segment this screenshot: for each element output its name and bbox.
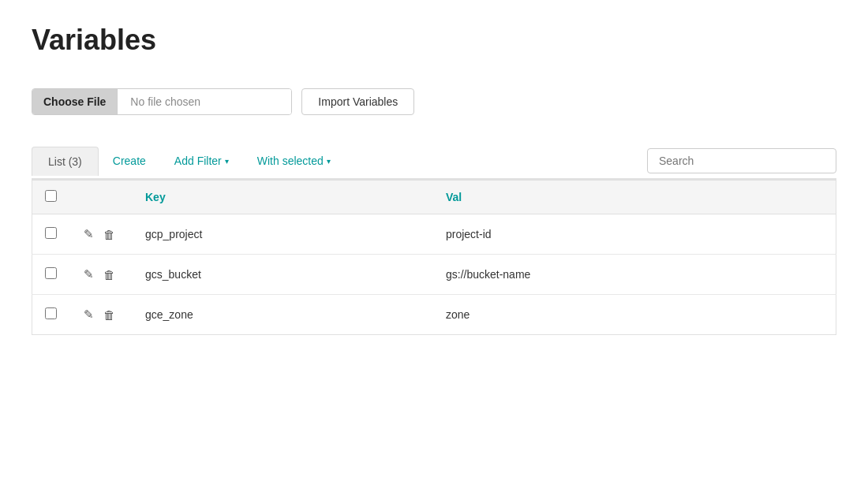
- row-actions-cell: ✎ 🗑: [69, 255, 133, 295]
- file-input-wrapper: Choose File No file chosen: [32, 88, 292, 115]
- delete-button[interactable]: 🗑: [102, 226, 117, 243]
- row-check-cell: [32, 255, 70, 295]
- row-actions-cell: ✎ 🗑: [69, 214, 133, 255]
- row-key: gcs_bucket: [133, 255, 433, 295]
- page-container: Variables Choose File No file chosen Imp…: [0, 0, 868, 503]
- row-checkbox[interactable]: [45, 307, 57, 319]
- row-key: gcp_project: [133, 214, 433, 255]
- table-row: ✎ 🗑 gcp_project project-id: [32, 214, 836, 255]
- page-title: Variables: [32, 24, 836, 57]
- row-val: zone: [433, 295, 836, 335]
- edit-button[interactable]: ✎: [82, 306, 95, 323]
- action-icons: ✎ 🗑: [82, 306, 120, 323]
- toolbar: List (3) Create Add Filter ▾ With select…: [32, 143, 836, 180]
- header-key: Key: [133, 181, 433, 214]
- with-selected-button[interactable]: With selected ▾: [243, 147, 345, 175]
- edit-button[interactable]: ✎: [82, 225, 95, 243]
- row-key: gce_zone: [133, 295, 433, 335]
- row-check-cell: [32, 295, 70, 335]
- add-filter-button[interactable]: Add Filter ▾: [160, 147, 243, 175]
- table-header-row: Key Val: [32, 181, 836, 214]
- row-val: project-id: [433, 214, 836, 255]
- row-checkbox[interactable]: [45, 227, 57, 239]
- row-check-cell: [32, 214, 70, 255]
- select-all-checkbox[interactable]: [45, 190, 57, 202]
- header-val: Val: [433, 181, 836, 214]
- action-icons: ✎ 🗑: [82, 266, 120, 283]
- delete-button[interactable]: 🗑: [102, 266, 117, 283]
- chevron-down-icon: ▾: [225, 157, 229, 166]
- table-row: ✎ 🗑 gcs_bucket gs://bucket-name: [32, 255, 836, 295]
- choose-file-button[interactable]: Choose File: [32, 89, 118, 114]
- header-actions: [69, 181, 133, 214]
- list-tab: List (3): [32, 147, 99, 176]
- create-button[interactable]: Create: [99, 147, 160, 175]
- action-icons: ✎ 🗑: [82, 225, 120, 243]
- no-file-label: No file chosen: [118, 89, 291, 114]
- import-variables-button[interactable]: Import Variables: [301, 88, 414, 115]
- table-body: ✎ 🗑 gcp_project project-id ✎ 🗑 gcs_bucke…: [32, 214, 836, 335]
- search-input[interactable]: [647, 148, 836, 173]
- row-actions-cell: ✎ 🗑: [69, 295, 133, 335]
- edit-button[interactable]: ✎: [82, 266, 95, 283]
- variables-table: Key Val ✎ 🗑 gcp_project project-id: [32, 180, 836, 335]
- row-val: gs://bucket-name: [433, 255, 836, 295]
- row-checkbox[interactable]: [45, 267, 57, 279]
- delete-button[interactable]: 🗑: [102, 307, 117, 323]
- file-import-row: Choose File No file chosen Import Variab…: [32, 88, 836, 115]
- table-row: ✎ 🗑 gce_zone zone: [32, 295, 836, 335]
- header-check: [32, 181, 70, 214]
- chevron-down-icon: ▾: [327, 157, 331, 166]
